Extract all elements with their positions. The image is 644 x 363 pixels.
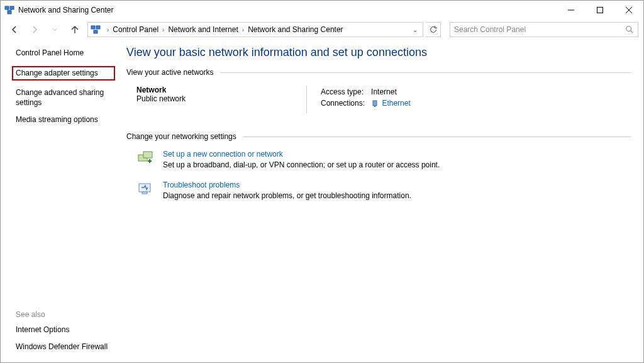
- network-name: Network: [136, 86, 294, 94]
- ethernet-icon: [371, 100, 379, 108]
- chevron-right-icon[interactable]: ›: [242, 26, 244, 33]
- network-icon: [91, 25, 101, 35]
- svg-rect-6: [597, 8, 603, 13]
- setup-connection-item: Set up a new connection or network Set u…: [136, 150, 631, 169]
- setup-connection-desc: Set up a broadband, dial-up, or VPN conn…: [163, 160, 440, 169]
- setup-connection-icon: [136, 150, 154, 167]
- access-type-value: Internet: [371, 87, 416, 97]
- svg-rect-19: [142, 192, 147, 194]
- divider: [243, 137, 631, 137]
- see-also-heading: See also: [16, 310, 123, 319]
- window-controls: [557, 1, 643, 20]
- refresh-button[interactable]: [426, 22, 441, 37]
- chevron-right-icon[interactable]: ›: [107, 26, 109, 33]
- search-box[interactable]: [450, 22, 638, 37]
- breadcrumb-control-panel[interactable]: Control Panel: [113, 25, 158, 34]
- sidebar: Control Panel Home Change adapter settin…: [1, 40, 120, 362]
- active-networks-heading: View your active networks: [126, 68, 631, 77]
- active-networks-panel: Network Public network Access type: Inte…: [136, 86, 631, 113]
- chevron-down-icon[interactable]: ⌄: [413, 26, 420, 33]
- search-input[interactable]: [454, 25, 625, 34]
- search-icon[interactable]: [625, 25, 634, 34]
- close-button[interactable]: [614, 1, 643, 20]
- svg-point-12: [626, 26, 631, 31]
- nav-bar: › Control Panel › Network and Internet ›…: [1, 20, 643, 40]
- connection-link[interactable]: Ethernet: [382, 99, 410, 108]
- svg-rect-2: [8, 11, 11, 14]
- sidebar-control-panel-home[interactable]: Control Panel Home: [16, 48, 111, 59]
- svg-line-13: [631, 31, 633, 33]
- maximize-button[interactable]: [586, 1, 614, 20]
- svg-rect-9: [91, 26, 95, 29]
- sidebar-change-advanced-sharing[interactable]: Change advanced sharing settings: [16, 88, 111, 108]
- troubleshoot-desc: Diagnose and repair network problems, or…: [163, 191, 411, 200]
- troubleshoot-icon: [136, 181, 154, 198]
- forward-button[interactable]: [26, 21, 43, 38]
- sidebar-media-streaming-options[interactable]: Media streaming options: [16, 115, 111, 125]
- setup-connection-link[interactable]: Set up a new connection or network: [163, 150, 440, 159]
- svg-rect-17: [143, 152, 152, 158]
- see-also-internet-options[interactable]: Internet Options: [16, 325, 123, 335]
- network-sharing-icon: [4, 5, 14, 15]
- troubleshoot-link[interactable]: Troubleshoot problems: [163, 181, 411, 189]
- page-heading: View your basic network information and …: [126, 46, 631, 59]
- access-type-label: Access type:: [321, 87, 370, 97]
- vertical-divider: [306, 86, 307, 113]
- sidebar-change-adapter-settings[interactable]: Change adapter settings: [12, 66, 115, 81]
- connections-label: Connections:: [321, 98, 370, 108]
- network-details: Access type: Internet Connections: Ether…: [319, 86, 417, 113]
- back-button[interactable]: [6, 21, 23, 38]
- breadcrumb-network-sharing[interactable]: Network and Sharing Center: [248, 25, 343, 34]
- network-type: Public network: [136, 94, 294, 103]
- svg-rect-1: [10, 6, 14, 9]
- svg-rect-14: [373, 101, 377, 106]
- divider: [220, 72, 631, 73]
- svg-rect-0: [5, 6, 9, 9]
- see-also-section: See also Internet Options Windows Defend…: [16, 310, 123, 352]
- chevron-right-icon[interactable]: ›: [162, 26, 164, 33]
- address-bar[interactable]: › Control Panel › Network and Internet ›…: [87, 22, 423, 37]
- breadcrumb-network-internet[interactable]: Network and Internet: [168, 25, 238, 34]
- svg-rect-11: [94, 30, 97, 33]
- minimize-button[interactable]: [557, 1, 586, 20]
- content-area: View your basic network information and …: [120, 40, 643, 362]
- recent-dropdown-icon[interactable]: [46, 21, 64, 38]
- change-settings-heading: Change your networking settings: [126, 132, 631, 141]
- titlebar: Network and Sharing Center: [1, 1, 643, 20]
- see-also-windows-defender-firewall[interactable]: Windows Defender Firewall: [16, 342, 123, 352]
- svg-rect-18: [139, 184, 150, 192]
- up-button[interactable]: [66, 21, 84, 38]
- window-title: Network and Sharing Center: [18, 6, 113, 14]
- troubleshoot-item: Troubleshoot problems Diagnose and repai…: [136, 181, 631, 200]
- svg-rect-10: [96, 26, 100, 29]
- svg-rect-15: [374, 106, 375, 107]
- network-identity: Network Public network: [136, 86, 294, 113]
